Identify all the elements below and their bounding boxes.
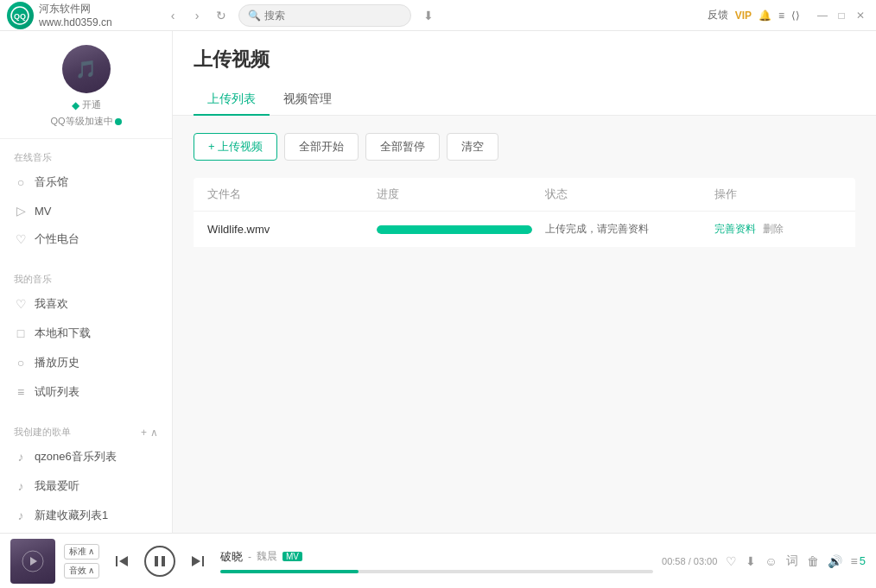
col-filename: 文件名 (207, 187, 377, 202)
playlist-icon-3: ♪ (14, 509, 28, 522)
online-music-label: 在线音乐 (0, 146, 172, 168)
mv-badge[interactable]: MV (282, 552, 302, 561)
player-playback-controls (108, 546, 212, 577)
feedback-link[interactable]: 反馈 (708, 8, 728, 22)
complete-info-button[interactable]: 完善资料 (714, 222, 756, 237)
quality-selector[interactable]: 标准 ∧ (64, 544, 99, 560)
vip-link[interactable]: VIP (735, 9, 752, 22)
refresh-button[interactable]: ↻ (211, 5, 232, 26)
sidebar-item-pl-1[interactable]: ♪ qzone6音乐列表 (0, 442, 172, 471)
effect-label: 音效 (69, 565, 86, 577)
sidebar-item-trial-list[interactable]: ≡ 试听列表 (0, 377, 172, 407)
favorite-button[interactable]: ♡ (726, 554, 737, 568)
forward-button[interactable]: › (187, 5, 207, 26)
online-music-section: 在线音乐 ○ 音乐馆 ▷ MV ♡ 个性电台 (0, 139, 172, 261)
quality-label: 标准 (69, 546, 86, 558)
trial-icon: ≡ (14, 385, 28, 399)
minimize-button[interactable]: — (814, 7, 831, 24)
music-hall-icon: ○ (14, 175, 28, 189)
logo-icon: QQ (7, 2, 34, 29)
col-progress: 进度 (377, 187, 546, 202)
effect-selector[interactable]: 音效 ∧ (64, 563, 99, 579)
playlist-icon-1: ♪ (14, 450, 28, 464)
tab-video-manage[interactable]: 视频管理 (270, 85, 346, 116)
playlist-count: 5 (860, 554, 866, 567)
sidebar-item-mv[interactable]: ▷ MV (0, 197, 172, 224)
close-button[interactable]: ✕ (852, 7, 869, 24)
page-body: + 上传视频 全部开始 全部暂停 清空 文件名 进度 状态 操作 Wildlif… (173, 116, 876, 533)
collapse-playlist-button[interactable]: ∧ (150, 427, 158, 439)
svg-rect-7 (202, 556, 204, 566)
sidebar-item-favorites[interactable]: ♡ 我喜欢 (0, 289, 172, 319)
playlist-button[interactable]: ≡ 5 (851, 554, 866, 568)
app-logo: QQ 河东软件网 www.hd0359.cn (7, 2, 162, 29)
table-row: Wildlife.wmv 上传完成，请完善资料 完善资料 删除 (194, 212, 855, 248)
sidebar-item-local-download[interactable]: □ 本地和下载 (0, 319, 172, 348)
add-playlist-button[interactable]: + (141, 427, 147, 439)
player-controls-left: 标准 ∧ 音效 ∧ (64, 544, 99, 579)
sidebar-item-mv-label: MV (35, 205, 52, 218)
artist-name: 魏晨 (257, 549, 277, 564)
notification-icon[interactable]: 🔔 (759, 9, 771, 22)
collapse-icon[interactable]: ⟨⟩ (791, 9, 800, 22)
my-playlist-header: 我创建的歌单 + ∧ (0, 420, 172, 442)
current-time: 00:58 (662, 556, 686, 566)
search-input[interactable] (264, 9, 385, 22)
download-player-button[interactable]: ⬇ (746, 554, 756, 568)
file-name: Wildlife.wmv (207, 223, 377, 236)
tab-upload-list[interactable]: 上传列表 (194, 85, 270, 116)
delete-button[interactable]: 删除 (763, 222, 784, 237)
player-info: 破晓 - 魏晨 MV (220, 549, 653, 573)
qq-status: QQ等级加速中 (50, 115, 121, 128)
volume-button[interactable]: 🔊 (828, 554, 842, 568)
vip-badge[interactable]: ◆ 开通 (72, 98, 101, 111)
sidebar-item-pl-2[interactable]: ♪ 我最爱听 (0, 471, 172, 501)
file-table: 文件名 进度 状态 操作 Wildlife.wmv 上传完成，请完善资料 完善资… (194, 178, 855, 248)
user-section: 🎵 ◆ 开通 QQ等级加速中 (0, 31, 172, 139)
pause-all-button[interactable]: 全部暂停 (365, 133, 440, 161)
sidebar: 🎵 ◆ 开通 QQ等级加速中 在线音乐 ○ 音乐馆 ▷ MV ♡ (0, 31, 173, 533)
my-music-section: 我的音乐 ♡ 我喜欢 □ 本地和下载 ○ 播放历史 ≡ 试听列表 (0, 261, 172, 414)
svg-rect-5 (155, 556, 158, 566)
prev-button[interactable] (108, 547, 136, 575)
lyrics-button[interactable]: 词 (786, 553, 798, 569)
total-time: 03:00 (694, 556, 718, 566)
clear-button[interactable]: 清空 (447, 133, 498, 161)
history-icon: ○ (14, 356, 28, 370)
quality-chevron-icon: ∧ (88, 547, 94, 556)
page-title: 上传视频 (194, 47, 855, 73)
svg-text:QQ: QQ (14, 12, 26, 21)
player-progress-bar[interactable] (220, 570, 653, 573)
mv-icon: ▷ (14, 204, 28, 218)
menu-icon[interactable]: ≡ (778, 9, 784, 22)
download-icon[interactable]: ⬇ (418, 5, 439, 26)
toolbar: + 上传视频 全部开始 全部暂停 清空 (194, 133, 855, 161)
sidebar-item-favorites-label: 我喜欢 (35, 296, 68, 312)
qq-status-text: QQ等级加速中 (50, 115, 112, 128)
sidebar-item-pl-3[interactable]: ♪ 新建收藏列表1 (0, 501, 172, 530)
delete-song-button[interactable]: 🗑 (807, 554, 819, 568)
avatar-image: 🎵 (62, 45, 111, 93)
tabs: 上传列表 视频管理 (194, 85, 855, 115)
next-button[interactable] (184, 547, 212, 575)
player-time: 00:58 / 03:00 (662, 556, 717, 566)
start-all-button[interactable]: 全部开始 (284, 133, 359, 161)
search-icon: 🔍 (248, 9, 261, 22)
logo-text: 河东软件网 www.hd0359.cn (39, 2, 162, 28)
svg-marker-4 (119, 556, 128, 566)
play-pause-button[interactable] (144, 546, 175, 577)
diamond-icon: ◆ (72, 99, 79, 111)
local-icon: □ (14, 326, 28, 340)
maximize-button[interactable]: □ (833, 7, 850, 24)
upload-video-button[interactable]: + 上传视频 (194, 133, 277, 161)
main-layout: 🎵 ◆ 开通 QQ等级加速中 在线音乐 ○ 音乐馆 ▷ MV ♡ (0, 31, 876, 533)
emoji-button[interactable]: ☺ (765, 554, 777, 568)
vip-label: 开通 (82, 98, 101, 111)
progress-bar-container (377, 225, 532, 234)
search-bar: 🔍 (238, 4, 411, 27)
radio-icon: ♡ (14, 232, 28, 246)
sidebar-item-personal-radio[interactable]: ♡ 个性电台 (0, 224, 172, 254)
sidebar-item-music-hall[interactable]: ○ 音乐馆 (0, 168, 172, 197)
sidebar-item-play-history[interactable]: ○ 播放历史 (0, 348, 172, 377)
back-button[interactable]: ‹ (162, 5, 183, 26)
